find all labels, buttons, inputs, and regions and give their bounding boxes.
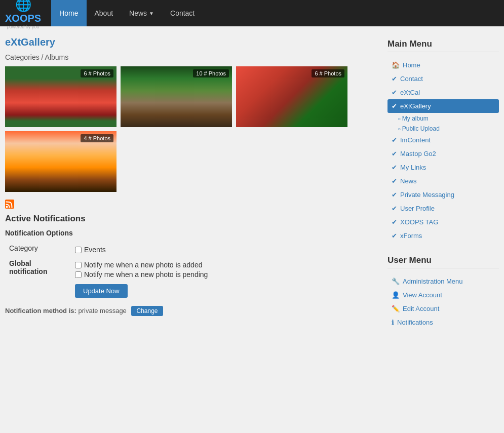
- user-menu-label-admin: Administration Menu: [403, 278, 463, 285]
- menu-item-userprofile: ✔ User Profile: [387, 202, 499, 215]
- nav-contact[interactable]: Contact: [162, 0, 203, 26]
- menu-link-mylinks[interactable]: ✔ My Links: [387, 161, 499, 174]
- menu-label-extcal: eXtCal: [400, 89, 420, 96]
- home-icon: 🏠: [392, 61, 400, 69]
- events-checkbox[interactable]: [75, 247, 82, 253]
- rss-icon[interactable]: [5, 200, 14, 211]
- notif-options-title: Notification Options: [5, 229, 377, 237]
- user-menu-item-editaccount: ✏️ Edit Account: [387, 302, 499, 316]
- svg-point-1: [6, 206, 8, 208]
- gallery-item-4[interactable]: 4 # Photos: [5, 131, 117, 192]
- menu-item-fmcontent: ✔ fmContent: [387, 133, 499, 147]
- userprofile-icon: ✔: [392, 205, 397, 212]
- category-row: Category Events: [5, 242, 377, 257]
- submenu-myalbum: My album: [398, 113, 499, 123]
- new-photo-pending-row: Notify me when a new photo is pending: [75, 270, 373, 279]
- user-menu-link-viewaccount[interactable]: 👤 View Account: [387, 288, 499, 302]
- editaccount-icon: ✏️: [392, 305, 400, 312]
- menu-link-xoopstag[interactable]: ✔ XOOPS TAG: [387, 215, 499, 229]
- notifications-section: Active Notifications Notification Option…: [5, 214, 377, 316]
- menu-label-fmcontent: fmContent: [400, 136, 431, 144]
- menu-link-privatemsg[interactable]: ✔ Private Messaging: [387, 188, 499, 202]
- menu-item-home: 🏠 Home: [387, 58, 499, 72]
- admin-icon: 🔧: [392, 278, 400, 285]
- update-now-button[interactable]: Update Now: [75, 284, 128, 298]
- submenu-link-publicupload[interactable]: Public Upload: [398, 125, 440, 132]
- global-notif-row: Globalnotification Notify me when a new …: [5, 257, 377, 300]
- categories-label: Categories / Albums: [5, 53, 377, 61]
- menu-link-userprofile[interactable]: ✔ User Profile: [387, 202, 499, 215]
- global-notif-options: Notify me when a new photo is added Noti…: [71, 257, 377, 300]
- menu-label-userprofile: User Profile: [400, 205, 435, 212]
- events-label: Events: [84, 246, 106, 254]
- page-title: eXtGallery: [5, 36, 377, 48]
- extcal-icon: ✔: [392, 89, 397, 96]
- submenu-link-myalbum[interactable]: My album: [398, 115, 429, 122]
- menu-label-contact: Contact: [400, 75, 423, 83]
- global-notif-label: Globalnotification: [5, 257, 71, 300]
- user-menu-label-viewaccount: View Account: [403, 291, 442, 299]
- menu-link-news[interactable]: ✔ News: [387, 174, 499, 188]
- xoopstag-icon: ✔: [392, 218, 397, 226]
- new-photo-added-checkbox[interactable]: [75, 262, 82, 268]
- menu-label-xforms: xForms: [400, 232, 422, 240]
- user-menu-link-admin[interactable]: 🔧 Administration Menu: [387, 274, 499, 288]
- user-menu-link-notifications[interactable]: ℹ Notifications: [387, 316, 499, 329]
- brand-tagline: powered by you: [7, 24, 40, 29]
- nav-home[interactable]: Home: [51, 0, 86, 26]
- menu-link-xforms[interactable]: ✔ xForms: [387, 229, 499, 243]
- menu-label-news: News: [400, 177, 417, 185]
- submenu-publicupload: Public Upload: [398, 123, 499, 133]
- gallery-item-1[interactable]: 6 # Photos: [5, 66, 117, 127]
- news-icon: ✔: [392, 177, 397, 185]
- notification-form: Category Events Globalnotification Notif…: [5, 242, 377, 300]
- menu-label-privatemsg: Private Messaging: [400, 191, 454, 199]
- gallery-item-3[interactable]: 6 # Photos: [236, 66, 347, 127]
- user-menu-title: User Menu: [387, 253, 499, 268]
- category-label: Category: [5, 242, 71, 257]
- menu-item-mastop: ✔ Mastop Go2: [387, 147, 499, 161]
- rss-icon-wrapper: [5, 200, 377, 214]
- privatemsg-icon: ✔: [392, 191, 397, 199]
- navbar: 🌐 XOOPS powered by you Home About News ▼…: [0, 0, 504, 26]
- method-value: private message: [78, 307, 126, 314]
- gallery-grid: 6 # Photos 10 # Photos 6 # Photos 4 # Ph…: [5, 66, 377, 192]
- menu-label-extgallery: eXtGallery: [400, 102, 431, 110]
- user-menu-link-editaccount[interactable]: ✏️ Edit Account: [387, 302, 499, 316]
- notifications-title: Active Notifications: [5, 214, 377, 224]
- brand-logo[interactable]: 🌐 XOOPS powered by you: [5, 0, 41, 29]
- user-menu-section: User Menu 🔧 Administration Menu 👤 View A…: [387, 253, 499, 329]
- gallery-item-2[interactable]: 10 # Photos: [121, 66, 232, 127]
- news-dropdown-arrow: ▼: [149, 11, 154, 16]
- fmcontent-icon: ✔: [392, 136, 397, 144]
- main-menu: 🏠 Home ✔ Contact ✔ eXtCal ✔ eXtGa: [387, 58, 499, 243]
- menu-item-xforms: ✔ xForms: [387, 229, 499, 243]
- notifications-icon: ℹ: [392, 319, 394, 326]
- mastop-icon: ✔: [392, 150, 397, 158]
- menu-label-mylinks: My Links: [400, 164, 426, 171]
- menu-link-contact[interactable]: ✔ Contact: [387, 72, 499, 86]
- menu-link-extgallery[interactable]: ✔ eXtGallery: [387, 99, 499, 113]
- menu-link-fmcontent[interactable]: ✔ fmContent: [387, 133, 499, 147]
- menu-item-mylinks: ✔ My Links: [387, 161, 499, 174]
- new-photo-pending-checkbox[interactable]: [75, 271, 82, 278]
- notif-method-row: Notification method is: private message …: [5, 306, 377, 316]
- sidebar: Main Menu 🏠 Home ✔ Contact ✔ eXtCal: [387, 36, 499, 339]
- nav-about[interactable]: About: [87, 0, 122, 26]
- mylinks-icon: ✔: [392, 164, 397, 171]
- menu-item-news: ✔ News: [387, 174, 499, 188]
- menu-link-extcal[interactable]: ✔ eXtCal: [387, 86, 499, 99]
- menu-item-xoopstag: ✔ XOOPS TAG: [387, 215, 499, 229]
- method-label: Notification method is:: [5, 307, 76, 314]
- update-btn-wrapper: Update Now: [75, 280, 373, 298]
- nav-news[interactable]: News ▼: [121, 0, 162, 26]
- viewaccount-icon: 👤: [392, 291, 400, 299]
- extgallery-icon: ✔: [392, 102, 397, 110]
- menu-link-mastop[interactable]: ✔ Mastop Go2: [387, 147, 499, 161]
- change-method-button[interactable]: Change: [131, 306, 163, 316]
- menu-link-home[interactable]: 🏠 Home: [387, 58, 499, 72]
- user-menu: 🔧 Administration Menu 👤 View Account ✏️ …: [387, 274, 499, 329]
- photo-count-4: 4 # Photos: [81, 134, 113, 142]
- user-menu-label-notifications: Notifications: [397, 319, 433, 326]
- contact-icon: ✔: [392, 75, 397, 83]
